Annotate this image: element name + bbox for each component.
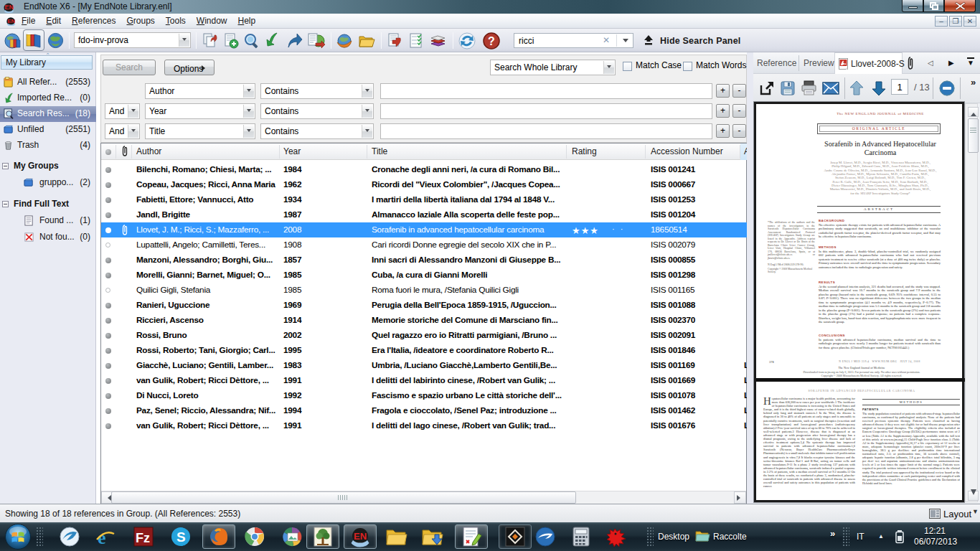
- svg-text:EN: EN: [7, 18, 15, 24]
- svg-text:?: ?: [488, 35, 495, 47]
- svg-text:Fz: Fz: [136, 531, 150, 545]
- svg-text:EN: EN: [5, 4, 14, 11]
- svg-text:S: S: [176, 529, 186, 545]
- svg-text:EN: EN: [354, 531, 367, 542]
